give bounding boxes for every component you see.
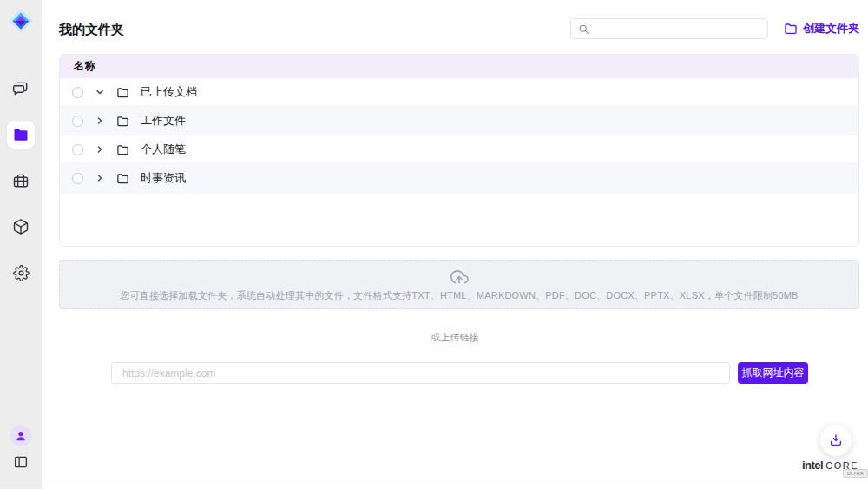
cloud-upload-icon <box>449 268 470 288</box>
or-upload-link-label: 或上传链接 <box>42 331 868 344</box>
chevron-right-icon[interactable] <box>95 116 105 126</box>
folder-icon <box>12 126 30 143</box>
upload-hint-text: 您可直接选择加载文件夹，系统自动处理其中的文件，文件格式支持TXT、HTML、M… <box>120 289 798 302</box>
chat-icon <box>12 80 30 97</box>
folder-icon <box>116 86 129 99</box>
sidebar <box>0 0 42 489</box>
sidebar-item-chat[interactable] <box>7 75 35 102</box>
sidebar-item-folders[interactable] <box>7 121 35 149</box>
chevron-right-icon[interactable] <box>95 144 105 155</box>
row-checkbox[interactable] <box>72 116 83 127</box>
intel-wordmark: intel <box>802 459 823 472</box>
sidebar-item-settings[interactable] <box>7 259 35 287</box>
chevron-down-icon[interactable] <box>95 87 105 97</box>
briefcase-icon <box>12 172 30 189</box>
folder-icon <box>116 143 129 156</box>
link-upload-row: 抓取网址内容 <box>111 362 808 384</box>
row-checkbox[interactable] <box>72 173 83 184</box>
search-input[interactable] <box>595 23 760 35</box>
sidebar-nav <box>0 75 42 287</box>
app-logo[interactable] <box>7 7 35 35</box>
table-body: 已上传文档 工作文件 <box>60 78 858 193</box>
table-row[interactable]: 时事资讯 <box>60 164 858 193</box>
chevron-right-icon[interactable] <box>95 173 105 183</box>
sidebar-item-workspace[interactable] <box>7 167 35 195</box>
folder-icon <box>116 172 129 185</box>
intel-ultra-badge: ultra <box>843 469 868 478</box>
panel-layout-icon <box>13 454 29 470</box>
folder-name: 工作文件 <box>141 113 186 129</box>
download-fab-button[interactable] <box>820 425 852 456</box>
table-header: 名称 <box>60 55 858 78</box>
table-row[interactable]: 已上传文档 <box>60 78 858 107</box>
topbar-actions: 创建文件夹 <box>570 18 859 39</box>
table-row[interactable]: 个人随笔 <box>60 135 858 164</box>
create-folder-label: 创建文件夹 <box>803 21 859 36</box>
app-window: 我的文件夹 创建文件夹 <box>0 0 868 489</box>
url-input[interactable] <box>111 362 730 384</box>
folder-name: 时事资讯 <box>141 170 186 186</box>
cube-icon <box>12 218 30 235</box>
row-checkbox[interactable] <box>72 144 83 155</box>
window-bottom-edge <box>0 486 868 486</box>
table-row[interactable]: 工作文件 <box>60 107 858 135</box>
sidebar-item-apps[interactable] <box>7 213 35 241</box>
download-icon <box>829 433 843 447</box>
row-checkbox[interactable] <box>72 87 83 98</box>
folder-icon <box>116 115 129 128</box>
upload-dropzone[interactable]: 您可直接选择加载文件夹，系统自动处理其中的文件，文件格式支持TXT、HTML、M… <box>59 260 859 309</box>
fetch-url-button[interactable]: 抓取网址内容 <box>738 362 808 384</box>
search-box[interactable] <box>570 18 768 39</box>
toggle-sidebar-button[interactable] <box>13 454 29 470</box>
main-content: 我的文件夹 创建文件夹 <box>42 0 868 489</box>
page-title: 我的文件夹 <box>59 22 124 38</box>
gear-icon <box>13 265 30 281</box>
user-avatar[interactable] <box>10 426 31 446</box>
column-name: 名称 <box>74 59 95 74</box>
folder-table: 名称 已上传文档 <box>59 54 859 247</box>
avatar-icon <box>15 430 27 442</box>
sidebar-bottom <box>0 426 42 470</box>
create-folder-button[interactable]: 创建文件夹 <box>784 21 859 36</box>
folder-name: 个人随笔 <box>141 142 186 157</box>
search-icon <box>578 23 589 35</box>
folder-plus-icon <box>784 22 798 36</box>
folder-name: 已上传文档 <box>141 84 197 100</box>
